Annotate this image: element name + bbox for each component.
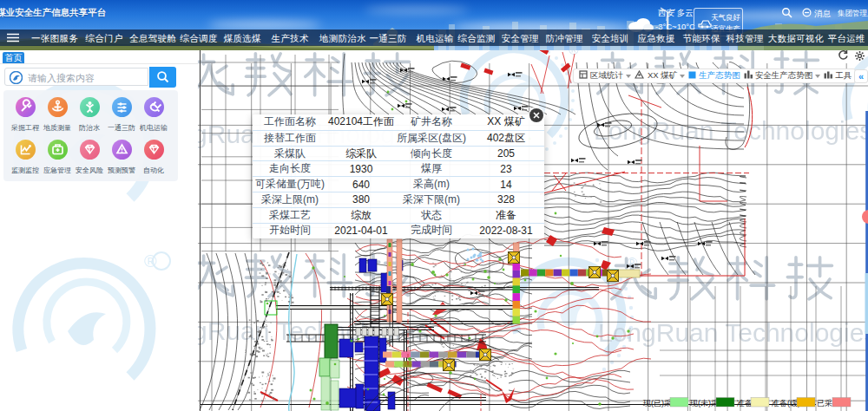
svg-text:LongRuan Technologies: LongRuan Technologies	[598, 318, 868, 347]
svg-text:现(未)采: 现(未)采	[689, 399, 719, 408]
svg-text:准备: 准备	[737, 399, 753, 408]
svg-text:®: ®	[569, 50, 579, 57]
svg-text:准备(缓): 准备(缓)	[772, 399, 800, 408]
svg-text:已采: 已采	[817, 399, 832, 408]
svg-text:现(已)采: 现(已)采	[642, 399, 672, 408]
